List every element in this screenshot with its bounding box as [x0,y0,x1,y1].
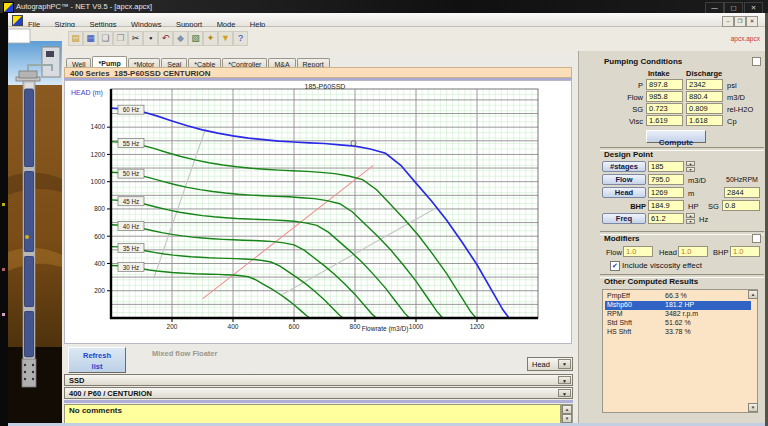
spin-down-icon[interactable]: ▼ [686,219,695,224]
block-icon[interactable]: ▪ [143,31,158,46]
filter-icon[interactable]: ▼ [218,31,233,46]
freq-spinner[interactable]: ▲ ▼ [686,213,695,224]
comments-box[interactable]: No comments [64,404,561,424]
freq-unit: Hz [699,215,708,224]
stages-button[interactable]: #stages [602,161,646,172]
result-row[interactable]: Std Shft 51.62 % [605,319,751,328]
toolbar: ▤ ▦ ❏ ❐ ✂ ▪ ↶ ◆ ▧ ✦ ▼ ? apcx.apcx [62,27,768,51]
discharge-visc-field[interactable]: 1.618 [686,115,723,126]
modifier-flow-field[interactable]: 1.0 [623,246,653,257]
intake-sg-field[interactable]: 0.723 [646,103,683,114]
scroll-up-icon[interactable]: ▲ [748,290,758,299]
intake-visc-field[interactable]: 1.619 [646,115,683,126]
head-button[interactable]: Head [602,187,646,198]
stages-field[interactable]: 185 [648,161,684,172]
flow-field[interactable]: 795.0 [648,174,684,185]
desktop-strip [0,13,8,426]
mdi-close-button[interactable]: ✕ [746,16,758,27]
plot-type-combo[interactable]: Head ▼ [527,357,573,371]
chevron-down-icon[interactable]: ▼ [558,389,571,397]
discharge-flow-field[interactable]: 880.4 [686,91,723,102]
flow-button[interactable]: Flow [602,174,646,185]
refresh-list-button[interactable]: Refresh list [68,347,126,373]
rpm-label: 50HzRPM [726,176,758,183]
bhp-field[interactable]: 184.9 [648,200,684,211]
discharge-sg-field[interactable]: 0.809 [686,103,723,114]
svg-text:400: 400 [228,323,239,330]
pumping-row-unit: psi [727,81,737,90]
pump-model-combo[interactable]: 400 / P60 / CENTURION ▼ [64,387,573,399]
print-icon[interactable]: ❏ [98,31,113,46]
copy-icon[interactable]: ❐ [113,31,128,46]
pumping-row-label: Visc [600,117,643,126]
chart-icon[interactable]: ▧ [188,31,203,46]
scroll-up-icon[interactable]: ▲ [562,405,572,414]
comments-text: No comments [69,406,122,415]
modifiers-pin-checkbox[interactable] [752,234,761,243]
svg-text:800: 800 [94,205,105,212]
modifier-bhp-label: BHP [713,248,728,257]
discharge-p-field[interactable]: 2342 [686,79,723,90]
open-icon[interactable]: ▤ [68,31,83,46]
pumping-pin-checkbox[interactable] [752,57,761,66]
undo-icon[interactable]: ↶ [158,31,173,46]
key-icon[interactable]: ✦ [203,31,218,46]
svg-text:600: 600 [94,233,105,240]
plot-type-combo-value: Head [532,360,550,369]
sg-field[interactable]: 0.8 [722,200,760,211]
curve-30hz [111,266,310,319]
scroll-down-icon[interactable]: ▼ [562,414,572,423]
compute-button[interactable]: Compute [646,130,706,143]
stages-spinner[interactable]: ▲ ▼ [686,161,695,172]
intake-flow-field[interactable]: 985.8 [646,91,683,102]
max-flow-line [282,209,435,295]
window-title: AutographPC™ - NET V9.5 - [apcx.apcx] [16,2,152,11]
chevron-down-icon[interactable]: ▼ [558,359,571,369]
svg-text:200: 200 [167,323,178,330]
pump-banner-text: 400 Series 185-P60SSD CENTURION [70,69,211,78]
intake-p-field[interactable]: 897.8 [646,79,683,90]
sg-label: SG [708,202,719,211]
node-icon[interactable]: ◆ [173,31,188,46]
freq-field[interactable]: 61.2 [648,213,684,224]
cut-icon[interactable]: ✂ [128,31,143,46]
result-row[interactable]: RPM 3482 r.p.m [605,310,751,319]
freq-button[interactable]: Freq [602,213,646,224]
viscosity-checkbox[interactable]: ✔ [610,261,620,271]
floater-label: Mixed flow Floater [152,349,217,358]
chevron-down-icon[interactable]: ▼ [558,376,571,384]
other-results-header: Other Computed Results [604,277,698,286]
svg-text:60 Hz: 60 Hz [123,106,139,113]
discharge-col-header: Discharge [686,69,722,78]
mdi-restore-button[interactable]: ❐ [734,16,746,27]
scroll-down-icon[interactable]: ▼ [748,403,758,412]
result-row[interactable]: HS Shft 33.78 % [605,328,751,337]
viscosity-checkbox-label[interactable]: Include viscosity effect [622,261,702,270]
help-icon[interactable]: ? [233,31,248,46]
modifier-bhp-field[interactable]: 1.0 [730,246,760,257]
result-row[interactable]: Mshp60 181.2 HP [605,301,751,310]
mdi-minimize-button[interactable]: – [722,16,734,27]
spin-up-icon[interactable]: ▲ [686,213,695,218]
app-icon [3,2,14,13]
save-icon[interactable]: ▦ [83,31,98,46]
rpm-field[interactable]: 2844 [724,187,760,198]
other-results-list[interactable]: PmpEff 66.3 % Mshp60 181.2 HP RPM 3482 r… [602,289,758,413]
spin-down-icon[interactable]: ▼ [686,167,695,172]
comments-scrollbar[interactable]: ▲ ▼ [561,404,573,424]
modifier-head-field[interactable]: 1.0 [678,246,708,257]
doc-badge: apcx.apcx [731,35,760,42]
head-field[interactable]: 1269 [648,187,684,198]
menu-bar: File Sizing Settings Windows Support Mod… [8,13,768,27]
spin-up-icon[interactable]: ▲ [686,161,695,166]
result-row[interactable]: PmpEff 66.3 % [605,292,751,301]
svg-text:30 Hz: 30 Hz [123,264,139,271]
bhp-label: BHP [602,202,646,211]
window-titlebar: AutographPC™ - NET V9.5 - [apcx.apcx] — … [0,0,768,13]
chart-panel: 185-P60SSD HEAD (m) Flowrate (m3/D) 60 H… [64,80,572,344]
svg-text:1000: 1000 [409,323,424,330]
refresh-list-label: Refresh list [77,350,117,372]
pump-performance-chart[interactable]: 60 Hz55 Hz50 Hz45 Hz40 Hz35 Hz30 Hz20040… [65,81,571,343]
pumping-row-unit: m3/D [727,93,745,102]
series-combo[interactable]: SSD ▼ [64,374,573,386]
